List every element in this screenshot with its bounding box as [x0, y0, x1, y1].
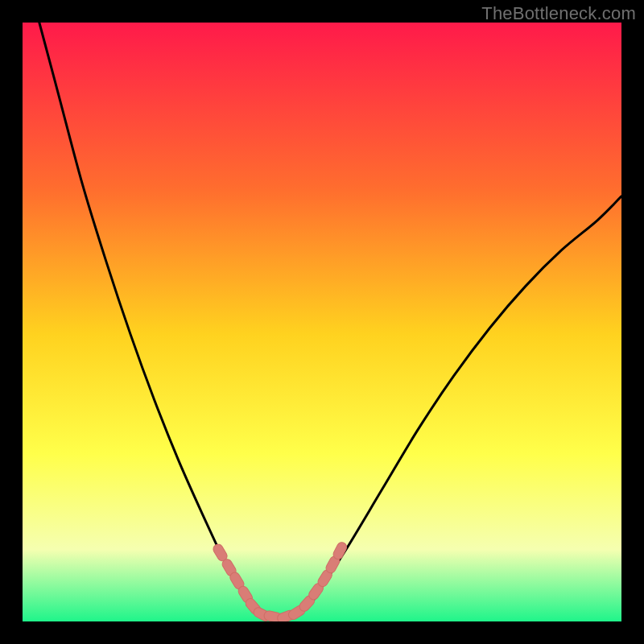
chart-frame: TheBottleneck.com — [0, 0, 644, 644]
plot-svg — [23, 23, 621, 621]
watermark-text: TheBottleneck.com — [481, 3, 636, 24]
gradient-background — [23, 23, 621, 621]
plot-area — [23, 23, 621, 621]
